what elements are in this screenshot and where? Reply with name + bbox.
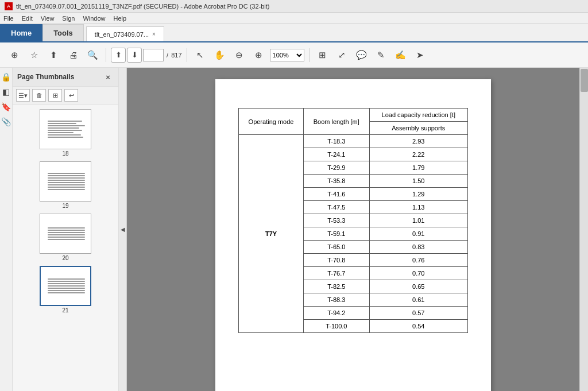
load-capacity-cell: 0.83 (369, 241, 467, 254)
toolbar-separator-3 (309, 48, 310, 62)
bookmark-icon[interactable]: 🔖 (1, 102, 11, 111)
menu-edit[interactable]: Edit (22, 15, 33, 22)
toolbar-print-button[interactable]: 🖨 (64, 47, 82, 64)
thumbnail-21[interactable]: 21 (40, 266, 91, 313)
col-operating-mode-header: Operating mode (239, 109, 304, 135)
data-table: Operating mode Boom length [m] Load capa… (238, 108, 468, 333)
col-boom-length-header: Boom length [m] (304, 109, 369, 135)
thumb-label-18: 18 (62, 150, 68, 157)
sidebar-delete-button[interactable]: 🗑 (32, 89, 46, 102)
load-capacity-cell: 2.93 (369, 135, 467, 148)
page-count: 817 (171, 52, 181, 59)
zoom-in-button[interactable]: ⊕ (250, 47, 268, 64)
boom-length-cell: T-41.6 (304, 188, 369, 201)
page-total: / (165, 52, 170, 59)
thumb-lines-19 (45, 171, 86, 192)
sidebar-options-button[interactable]: ☰▾ (16, 89, 30, 102)
sidebar-header-icons: × (102, 71, 114, 83)
pen-button[interactable]: ✎ (373, 47, 390, 64)
load-capacity-cell: 1.01 (369, 214, 467, 227)
toolbar-upload-button[interactable]: ⬆ (45, 47, 62, 64)
toolbar-search-button[interactable]: 🔍 (84, 47, 101, 64)
rotate-button[interactable]: ⤢ (334, 47, 351, 64)
share-button[interactable]: ➤ (412, 47, 429, 64)
load-capacity-cell: 1.29 (369, 188, 467, 201)
title-bar: A tlt_en_073409.07.001_20151119_T3NZF.pd… (0, 0, 588, 13)
load-capacity-cell: 1.13 (369, 201, 467, 214)
thumb-lines-18 (45, 118, 86, 140)
col-load-capacity-header: Load capacity reduction [t] (369, 109, 467, 122)
thumbnail-19[interactable]: 19 (40, 161, 91, 209)
load-capacity-cell: 1.50 (369, 175, 467, 188)
load-capacity-cell: 1.79 (369, 161, 467, 175)
menu-bar: File Edit View Sign Window Help (0, 13, 588, 24)
right-scrollbar[interactable] (579, 68, 588, 391)
thumb-img-19[interactable] (40, 161, 91, 202)
tab-document[interactable]: tlt_en_073409.07... × (86, 26, 164, 41)
boom-length-cell: T-70.8 (304, 254, 369, 267)
sidebar-undo-button[interactable]: ↩ (64, 89, 78, 102)
zoom-select[interactable]: 100% 75% 125% 150% (270, 49, 304, 61)
thumb-label-20: 20 (62, 255, 68, 261)
thumb-img-20[interactable] (40, 214, 91, 254)
hand-tool-button[interactable]: ✋ (211, 47, 229, 64)
menu-window[interactable]: Window (83, 15, 105, 22)
scroll-thumb[interactable] (581, 69, 588, 92)
boom-length-cell: T-24.1 (304, 148, 369, 161)
sign-button[interactable]: ✍ (392, 47, 409, 64)
tab-close-button[interactable]: × (152, 31, 156, 37)
layers-icon[interactable]: ◧ (2, 87, 10, 96)
load-capacity-cell: 2.22 (369, 148, 467, 161)
boom-length-cell: T-76.7 (304, 267, 369, 280)
toolbar-back-button[interactable]: ⊕ (6, 47, 23, 64)
tab-tools[interactable]: Tools (42, 24, 84, 41)
boom-length-cell: T-18.3 (304, 135, 369, 148)
tab-home[interactable]: Home (0, 24, 42, 41)
toolbar-separator-2 (187, 48, 187, 62)
load-capacity-cell: 0.76 (369, 254, 467, 267)
boom-length-cell: T-47.5 (304, 201, 369, 214)
table-row: T7YT-18.32.93 (239, 135, 468, 148)
thumbnail-18[interactable]: 18 (40, 109, 91, 157)
toolbar-bookmark-button[interactable]: ☆ (25, 47, 42, 64)
pdf-area: Operating mode Boom length [m] Load capa… (127, 68, 579, 391)
thumb-lines-21 (45, 276, 86, 296)
load-capacity-cell: 0.61 (369, 293, 467, 307)
menu-sign[interactable]: Sign (62, 15, 75, 22)
fit-page-button[interactable]: ⊞ (314, 47, 331, 64)
load-capacity-cell: 0.91 (369, 227, 467, 241)
menu-file[interactable]: File (3, 15, 14, 22)
collapse-sidebar-button[interactable]: ◀ (119, 68, 127, 391)
thumbnail-20[interactable]: 20 (40, 214, 91, 261)
comment-button[interactable]: 💬 (353, 47, 370, 64)
sidebar: Page Thumbnails × ☰▾ 🗑 ⊞ ↩ (13, 68, 119, 391)
col-assembly-supports-header: Assembly supports (369, 122, 467, 135)
zoom-out-button[interactable]: ⊖ (231, 47, 248, 64)
thumb-img-21[interactable] (40, 266, 91, 306)
attachment-icon[interactable]: 📎 (1, 117, 11, 126)
boom-length-cell: T-53.3 (304, 214, 369, 227)
next-page-button[interactable]: ⬇ (127, 48, 142, 63)
sidebar-layout-button[interactable]: ⊞ (48, 89, 62, 102)
boom-length-cell: T-35.8 (304, 175, 369, 188)
boom-length-cell: T-82.5 (304, 280, 369, 293)
prev-page-button[interactable]: ⬆ (111, 48, 126, 63)
toolbar-navigation: ⬆ ⬇ 21 / 817 (111, 48, 182, 63)
menu-help[interactable]: Help (114, 15, 127, 22)
thumb-img-18[interactable] (40, 109, 91, 149)
sidebar-header: Page Thumbnails × (13, 68, 118, 87)
boom-length-cell: T-100.0 (304, 320, 369, 333)
main-area: 🔒 ◧ 🔖 📎 Page Thumbnails × ☰▾ 🗑 ⊞ ↩ (0, 68, 588, 391)
sidebar-close-button[interactable]: × (102, 71, 114, 83)
boom-length-cell: T-29.9 (304, 161, 369, 175)
table-body: T7YT-18.32.93T-24.12.22T-29.91.79T-35.81… (239, 135, 468, 333)
tab-bar: Home Tools tlt_en_073409.07... × (0, 24, 588, 42)
thumb-lines-20 (45, 225, 86, 242)
pdf-page: Operating mode Boom length [m] Load capa… (215, 79, 491, 391)
toolbar-separator-1 (106, 48, 106, 62)
select-tool-button[interactable]: ↖ (192, 47, 209, 64)
page-number-input[interactable]: 21 (143, 49, 164, 61)
menu-view[interactable]: View (41, 15, 55, 22)
toolbar: ⊕ ☆ ⬆ 🖨 🔍 ⬆ ⬇ 21 / 817 ↖ ✋ ⊖ ⊕ 100% 75% … (0, 42, 588, 68)
boom-length-cell: T-94.2 (304, 307, 369, 320)
